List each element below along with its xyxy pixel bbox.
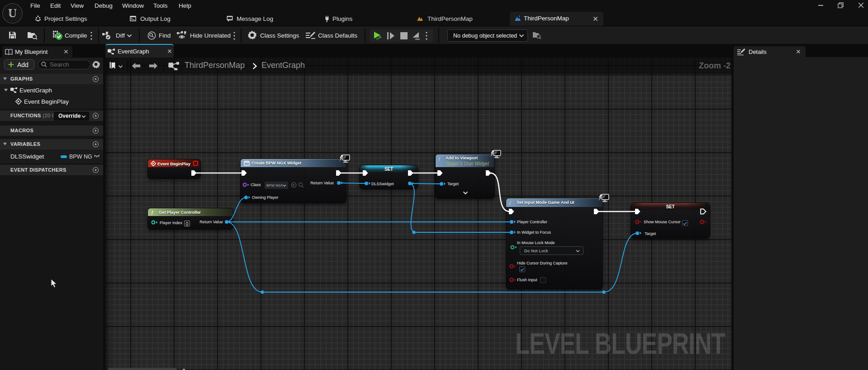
svg-text:U: U xyxy=(8,6,17,20)
svg-text:f: f xyxy=(152,210,154,215)
svg-text:f: f xyxy=(439,156,441,161)
svg-text:f: f xyxy=(509,200,512,205)
